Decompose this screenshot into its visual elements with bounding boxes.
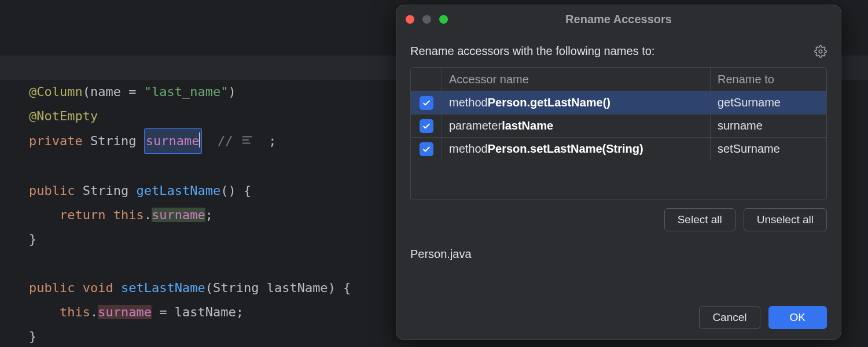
annotation-arg-key: name (90, 84, 121, 99)
svg-point-3 (819, 50, 822, 53)
field-usage-read: surname (152, 208, 205, 222)
window-close-button[interactable] (406, 15, 414, 24)
keyword-private: private (29, 134, 83, 148)
getter-method: getLastName (136, 183, 220, 198)
annotation-arg-value: "last_name" (144, 84, 229, 99)
window-controls (406, 15, 448, 24)
window-zoom-button[interactable] (439, 15, 448, 24)
field-usage-write: surname (98, 305, 152, 319)
dialog-title: Rename Accessors (396, 13, 841, 26)
window-minimize-button[interactable] (422, 15, 431, 24)
text-caret (199, 132, 200, 147)
comment-marker: // (218, 134, 233, 148)
setter-param: lastName (267, 280, 328, 295)
dialog-titlebar[interactable]: Rename Accessors (396, 5, 841, 33)
gear-icon[interactable] (814, 45, 827, 58)
annotation-column: @Column (29, 84, 83, 99)
annotation-notempty: @NotEmpty (29, 109, 98, 123)
dialog-prompt: Rename accessors with the following name… (410, 45, 654, 58)
keyword-public: public (29, 183, 75, 198)
setter-method: setLastName (121, 280, 205, 295)
inlay-hints-icon[interactable] (241, 130, 253, 154)
keyword-void: void (83, 280, 113, 295)
rename-target-field[interactable]: surname (144, 128, 203, 154)
code-content: @Column(name = "last_name") @NotEmpty pr… (29, 80, 868, 347)
type-string: String (90, 134, 136, 148)
